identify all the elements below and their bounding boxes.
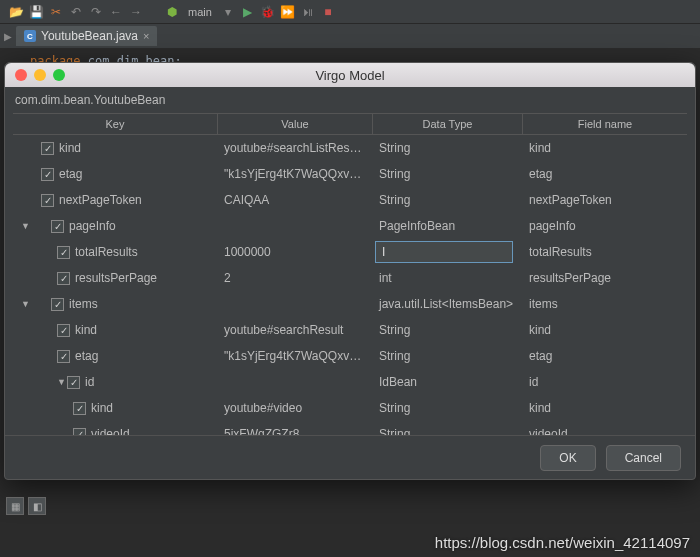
table-row[interactable]: ✓videoId5ixFWqZGZr8StringvideoId <box>13 421 687 435</box>
type-input[interactable] <box>375 241 513 263</box>
expand-arrow-icon[interactable]: ▼ <box>19 299 29 309</box>
stop-icon[interactable]: ■ <box>320 4 336 20</box>
cell-field[interactable]: totalResults <box>523 245 687 259</box>
cell-field[interactable]: nextPageToken <box>523 193 687 207</box>
table-row[interactable]: ✓kindyoutube#videoStringkind <box>13 395 687 421</box>
cell-value[interactable]: CAIQAA <box>218 193 373 207</box>
cell-field[interactable]: resultsPerPage <box>523 271 687 285</box>
cell-key[interactable]: ✓kind <box>13 141 218 155</box>
checkbox[interactable]: ✓ <box>73 428 86 436</box>
tool-icon-2[interactable]: ◧ <box>28 497 46 515</box>
cell-type[interactable]: int <box>373 271 523 285</box>
cell-type[interactable]: String <box>373 323 523 337</box>
ok-button[interactable]: OK <box>540 445 595 471</box>
tool-icon-1[interactable]: ▦ <box>6 497 24 515</box>
cell-value[interactable]: youtube#searchListRespo… <box>218 141 373 155</box>
table-row[interactable]: ▼✓idIdBeanid <box>13 369 687 395</box>
table-row[interactable]: ✓kindyoutube#searchListRespo…Stringkind <box>13 135 687 161</box>
cell-key[interactable]: ✓kind <box>13 323 218 337</box>
checkbox[interactable]: ✓ <box>67 376 80 389</box>
cell-type[interactable]: PageInfoBean <box>373 219 523 233</box>
cut-icon[interactable]: ✂ <box>48 4 64 20</box>
save-icon[interactable]: 💾 <box>28 4 44 20</box>
window-zoom-icon[interactable] <box>53 69 65 81</box>
profile-icon[interactable]: ⏩ <box>280 4 296 20</box>
cell-type[interactable]: String <box>373 401 523 415</box>
cell-key[interactable]: ✓etag <box>13 167 218 181</box>
cell-key[interactable]: ✓nextPageToken <box>13 193 218 207</box>
close-icon[interactable]: × <box>143 30 149 42</box>
cell-field[interactable]: videoId <box>523 427 687 435</box>
attach-icon[interactable]: ⏯ <box>300 4 316 20</box>
debug-icon[interactable]: 🐞 <box>260 4 276 20</box>
cell-value[interactable]: "k1sYjErg4tK7WaQQxvJkW… <box>218 349 373 363</box>
cell-key[interactable]: ✓kind <box>13 401 218 415</box>
cell-type[interactable]: String <box>373 141 523 155</box>
cancel-button[interactable]: Cancel <box>606 445 681 471</box>
cell-key[interactable]: ▼✓items <box>13 297 218 311</box>
cell-key[interactable]: ▼✓pageInfo <box>13 219 218 233</box>
table-row[interactable]: ✓kindyoutube#searchResultStringkind <box>13 317 687 343</box>
cell-field[interactable]: kind <box>523 401 687 415</box>
checkbox[interactable]: ✓ <box>57 246 70 259</box>
cell-value[interactable]: 1000000 <box>218 245 373 259</box>
cell-field[interactable]: items <box>523 297 687 311</box>
cell-type[interactable]: java.util.List<ItemsBean> <box>373 297 523 311</box>
header-field[interactable]: Field name <box>523 114 687 134</box>
window-close-icon[interactable] <box>15 69 27 81</box>
cell-value[interactable]: 5ixFWqZGZr8 <box>218 427 373 435</box>
table-row[interactable]: ✓nextPageTokenCAIQAAStringnextPageToken <box>13 187 687 213</box>
cell-type[interactable]: String <box>373 193 523 207</box>
checkbox[interactable]: ✓ <box>41 142 54 155</box>
table-row[interactable]: ▼✓itemsjava.util.List<ItemsBean>items <box>13 291 687 317</box>
redo-icon[interactable]: ↷ <box>88 4 104 20</box>
table-row[interactable]: ✓totalResults1000000totalResults <box>13 239 687 265</box>
cell-value[interactable]: youtube#searchResult <box>218 323 373 337</box>
checkbox[interactable]: ✓ <box>57 324 70 337</box>
open-icon[interactable]: 📂 <box>8 4 24 20</box>
header-value[interactable]: Value <box>218 114 373 134</box>
table-row[interactable]: ▼✓pageInfoPageInfoBeanpageInfo <box>13 213 687 239</box>
cell-value[interactable]: youtube#video <box>218 401 373 415</box>
chevron-down-icon[interactable]: ▾ <box>220 4 236 20</box>
checkbox[interactable]: ✓ <box>41 194 54 207</box>
window-minimize-icon[interactable] <box>34 69 46 81</box>
cell-type[interactable]: String <box>373 349 523 363</box>
cell-type[interactable]: String <box>373 427 523 435</box>
cell-type[interactable]: String <box>373 167 523 181</box>
undo-icon[interactable]: ↶ <box>68 4 84 20</box>
cell-field[interactable]: id <box>523 375 687 389</box>
cell-field[interactable]: etag <box>523 167 687 181</box>
cell-field[interactable]: kind <box>523 323 687 337</box>
cell-field[interactable]: kind <box>523 141 687 155</box>
cell-key[interactable]: ✓totalResults <box>13 245 218 259</box>
cell-value[interactable]: "k1sYjErg4tK7WaQQxvJkW… <box>218 167 373 181</box>
tab-arrow-icon[interactable]: ▶ <box>4 31 16 42</box>
cell-key[interactable]: ✓videoId <box>13 427 218 435</box>
table-row[interactable]: ✓etag"k1sYjErg4tK7WaQQxvJkW…Stringetag <box>13 161 687 187</box>
back-icon[interactable]: ← <box>108 4 124 20</box>
checkbox[interactable]: ✓ <box>51 298 64 311</box>
run-config[interactable]: main <box>184 6 216 18</box>
checkbox[interactable]: ✓ <box>41 168 54 181</box>
header-type[interactable]: Data Type <box>373 114 523 134</box>
tab-youtubebean[interactable]: C YoutubeBean.java × <box>16 26 157 46</box>
table-row[interactable]: ✓resultsPerPage2intresultsPerPage <box>13 265 687 291</box>
expand-arrow-icon[interactable]: ▼ <box>19 221 29 231</box>
cell-value[interactable]: 2 <box>218 271 373 285</box>
cell-key[interactable]: ✓etag <box>13 349 218 363</box>
checkbox[interactable]: ✓ <box>73 402 86 415</box>
dialog-titlebar[interactable]: Virgo Model <box>5 63 695 87</box>
checkbox[interactable]: ✓ <box>57 272 70 285</box>
expand-arrow-icon[interactable]: ▼ <box>57 377 67 387</box>
cell-field[interactable]: pageInfo <box>523 219 687 233</box>
header-key[interactable]: Key <box>13 114 218 134</box>
cell-key[interactable]: ▼✓id <box>13 375 218 389</box>
forward-icon[interactable]: → <box>128 4 144 20</box>
table-row[interactable]: ✓etag"k1sYjErg4tK7WaQQxvJkW…Stringetag <box>13 343 687 369</box>
cell-field[interactable]: etag <box>523 349 687 363</box>
run-icon[interactable]: ▶ <box>240 4 256 20</box>
cell-type[interactable]: IdBean <box>373 375 523 389</box>
checkbox[interactable]: ✓ <box>51 220 64 233</box>
cell-type[interactable] <box>373 241 523 263</box>
